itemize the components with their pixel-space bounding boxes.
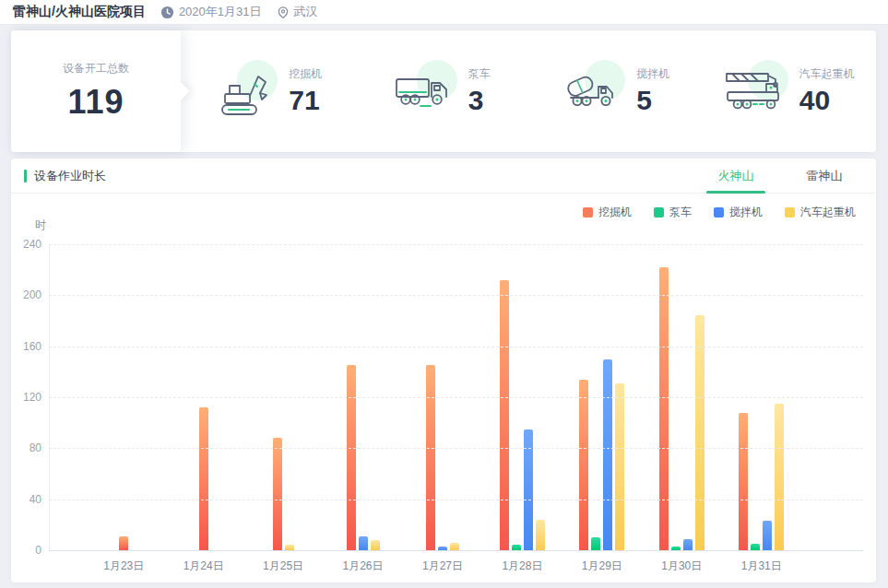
legend-item-pump-truck[interactable]: 泵车 [654, 205, 692, 220]
gridline [49, 244, 863, 245]
bar-excavator [659, 267, 669, 550]
bar-excavator [500, 280, 509, 550]
x-tick-label: 1月25日 [243, 559, 323, 574]
x-tick-label: 1月30日 [642, 559, 721, 574]
stat-items: 挖掘机 71 泵车 3 [181, 30, 876, 152]
bar-excavator [119, 536, 128, 550]
stat-value: 5 [636, 85, 669, 116]
tab-leishenshan[interactable]: 雷神山 [780, 159, 869, 193]
top-header: 雷神山/火神山医院项目 2020年1月31日 武汉 [0, 0, 888, 25]
total-equipment-label: 设备开工总数 [63, 61, 129, 76]
bar-mixer-truck [603, 359, 612, 551]
y-tick-label: 40 [11, 493, 41, 506]
x-tick-label: 1月28日 [482, 559, 562, 574]
excavator-icon [213, 65, 274, 117]
stat-item-truck-crane: 汽车起重机 40 [703, 30, 877, 152]
x-tick-label: 1月24日 [163, 559, 243, 574]
bar-mixer-truck [683, 539, 693, 550]
bar-truck-crane [371, 540, 380, 550]
total-equipment-card: 设备开工总数 119 [11, 30, 181, 152]
y-tick-label: 240 [11, 238, 41, 251]
bar-pump-truck [751, 544, 760, 550]
equipment-stats-card: 设备开工总数 119 挖掘机 71 [11, 30, 876, 152]
stat-item-mixer-truck: 搅拌机 5 [528, 30, 703, 152]
gridline [49, 295, 863, 296]
y-tick-label: 160 [11, 340, 41, 353]
legend-item-mixer-truck[interactable]: 搅拌机 [714, 205, 763, 220]
bar-truck-crane [615, 383, 624, 550]
y-tick-label: 80 [11, 441, 41, 454]
x-tick-label: 1月31日 [722, 559, 801, 574]
gridline [49, 397, 863, 398]
bar-excavator [199, 407, 208, 550]
stat-label: 泵车 [468, 66, 491, 82]
header-location-text: 武汉 [294, 4, 318, 20]
gridline [49, 448, 863, 449]
stat-label: 汽车起重机 [799, 66, 855, 82]
bar-excavator [426, 365, 435, 550]
truck-crane-icon [724, 65, 785, 117]
chart-title: 设备作业时长 [34, 168, 106, 184]
stat-value: 71 [289, 85, 322, 116]
legend-swatch [714, 207, 724, 218]
chart-legend: 挖掘机泵车搅拌机汽车起重机 [561, 205, 856, 220]
header-location: 武汉 [277, 4, 318, 20]
stat-value: 3 [468, 85, 491, 116]
clock-icon [160, 6, 174, 19]
chart-card-header: 设备作业时长 火神山 雷神山 [11, 159, 876, 194]
legend-label: 泵车 [669, 205, 692, 220]
y-tick-label: 120 [11, 391, 41, 404]
x-axis-line [49, 550, 863, 551]
gridline [49, 500, 863, 500]
stat-label: 挖掘机 [289, 66, 322, 82]
x-tick-label: 1月26日 [323, 559, 402, 574]
y-axis-unit-label: 时 [11, 218, 46, 233]
bar-truck-crane [775, 404, 784, 550]
legend-item-truck-crane[interactable]: 汽车起重机 [785, 205, 856, 220]
title-accent-bar [24, 170, 27, 182]
bar-excavator [347, 365, 356, 550]
bar-truck-crane [450, 543, 459, 550]
bar-excavator [579, 380, 588, 550]
site-tabs: 火神山 雷神山 [692, 159, 869, 193]
total-equipment-value: 119 [67, 83, 124, 122]
stat-value: 40 [799, 85, 855, 116]
working-hours-chart-card: 设备作业时长 火神山 雷神山 挖掘机泵车搅拌机汽车起重机 时 1月23日1月24… [11, 159, 876, 582]
bar-pump-truck [591, 537, 600, 550]
legend-label: 挖掘机 [598, 205, 632, 220]
bar-truck-crane [695, 315, 704, 550]
stat-item-excavator: 挖掘机 71 [181, 30, 355, 152]
bar-mixer-truck [524, 429, 533, 550]
header-date: 2020年1月31日 [160, 4, 262, 20]
bar-mixer-truck [359, 536, 368, 550]
y-tick-label: 0 [11, 544, 41, 557]
x-tick-label: 1月23日 [84, 559, 163, 574]
header-date-text: 2020年1月31日 [179, 4, 262, 20]
gridline [49, 347, 863, 347]
x-axis-labels: 1月23日1月24日1月25日1月26日1月27日1月28日1月29日1月30日… [84, 559, 801, 574]
x-tick-label: 1月27日 [403, 559, 482, 574]
legend-swatch [654, 207, 664, 218]
stat-item-pump-truck: 泵车 3 [355, 30, 529, 152]
page-title: 雷神山/火神山医院项目 [13, 4, 146, 20]
pump-truck-icon [393, 65, 454, 117]
bar-truck-crane [536, 520, 545, 550]
legend-swatch [583, 207, 593, 218]
stat-label: 搅拌机 [636, 66, 669, 82]
legend-swatch [785, 207, 795, 218]
legend-label: 汽车起重机 [800, 205, 856, 220]
legend-item-excavator[interactable]: 挖掘机 [583, 205, 632, 220]
x-tick-label: 1月29日 [562, 559, 642, 574]
tab-huoshenshan[interactable]: 火神山 [692, 159, 780, 193]
legend-label: 搅拌机 [729, 205, 763, 220]
y-tick-label: 200 [11, 288, 41, 301]
location-pin-icon [277, 6, 290, 19]
bar-mixer-truck [763, 521, 772, 550]
mixer-truck-icon [561, 65, 622, 117]
bar-excavator [739, 413, 748, 550]
bar-excavator [273, 438, 282, 550]
